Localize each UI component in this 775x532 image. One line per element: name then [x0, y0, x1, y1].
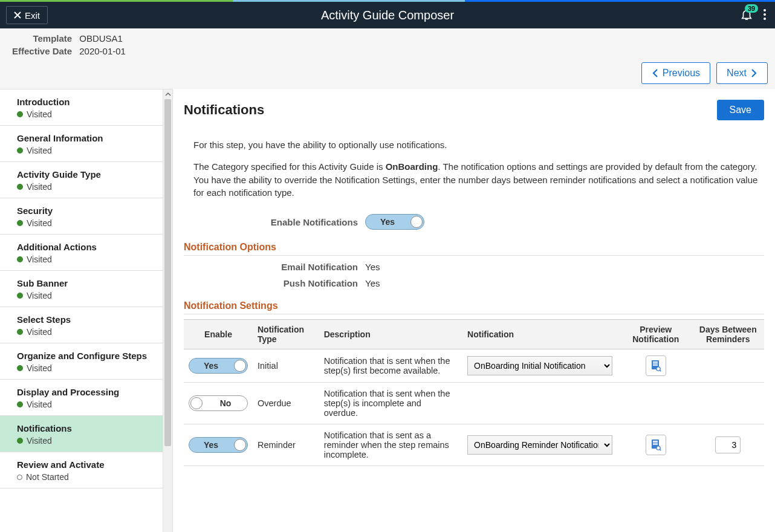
- toggle-value: Yes: [366, 217, 409, 227]
- col-type: Notification Type: [253, 320, 319, 349]
- next-button[interactable]: Next: [716, 62, 768, 84]
- status-text: Visited: [27, 218, 52, 228]
- scrollbar[interactable]: [163, 89, 172, 532]
- notification-options-heading: Notification Options: [184, 242, 764, 256]
- push-notification-label: Push Notification: [184, 278, 365, 288]
- row-type: Overdue: [253, 383, 319, 424]
- sidebar-item-status: Visited: [17, 436, 161, 446]
- status-text: Visited: [27, 146, 52, 155]
- row-enable-toggle[interactable]: Yes: [189, 358, 248, 374]
- status-text: Visited: [27, 436, 52, 446]
- status-text: Visited: [27, 182, 52, 192]
- status-dot-icon: [17, 256, 23, 262]
- preview-notification-button[interactable]: [646, 435, 666, 455]
- sidebar-item[interactable]: Organize and Configure StepsVisited: [0, 343, 172, 380]
- notifications-button[interactable]: 39: [740, 8, 753, 23]
- status-text: Visited: [27, 327, 52, 337]
- svg-point-2: [764, 18, 766, 20]
- page-title: Activity Guide Composer: [321, 8, 454, 22]
- toggle-value: Yes: [189, 361, 233, 371]
- table-row: YesInitialNotification that is sent when…: [184, 349, 764, 383]
- col-preview: Preview Notification: [620, 320, 692, 349]
- sidebar-item[interactable]: NotificationsVisited: [0, 416, 172, 452]
- row-enable-toggle[interactable]: No: [189, 395, 248, 411]
- exit-button[interactable]: Exit: [6, 6, 48, 24]
- enable-notifications-label: Enable Notifications: [184, 217, 365, 227]
- sidebar-item[interactable]: Review and ActivateNot Started: [0, 452, 172, 488]
- sidebar-item-label: Introduction: [17, 97, 161, 107]
- sidebar-item[interactable]: Sub BannerVisited: [0, 271, 172, 307]
- category-name: OnBoarding: [386, 161, 438, 172]
- col-desc: Description: [319, 320, 462, 349]
- row-description: Notification that is sent as a reminder …: [319, 424, 462, 466]
- status-dot-icon: [17, 475, 22, 480]
- status-dot-icon: [17, 329, 23, 335]
- document-preview-icon: [650, 360, 661, 372]
- intro-text-1: For this step, you have the ability to o…: [193, 138, 764, 152]
- sidebar-item[interactable]: SecurityVisited: [0, 198, 172, 235]
- sidebar-item-label: Security: [17, 206, 161, 216]
- intro-text-2a: The Category specified for this Activity…: [193, 161, 386, 172]
- settings-table: Enable Notification Type Description Not…: [184, 319, 764, 466]
- status-dot-icon: [17, 365, 23, 371]
- status-text: Visited: [27, 400, 52, 409]
- svg-point-7: [657, 367, 660, 371]
- effective-date-label: Effective Date: [12, 46, 72, 56]
- status-dot-icon: [17, 148, 23, 154]
- sidebar-item-status: Visited: [17, 109, 161, 119]
- push-notification-value: Yes: [365, 278, 380, 288]
- previous-button[interactable]: Previous: [641, 62, 710, 84]
- status-dot-icon: [17, 293, 23, 299]
- scroll-up-button[interactable]: [163, 89, 172, 99]
- scroll-thumb[interactable]: [164, 99, 171, 446]
- sidebar-item-status: Visited: [17, 218, 161, 228]
- sidebar-item[interactable]: Additional ActionsVisited: [0, 235, 172, 271]
- notification-select[interactable]: OnBoarding Reminder Notification: [467, 435, 612, 455]
- sidebar-item-status: Visited: [17, 146, 161, 155]
- status-text: Not Started: [26, 472, 69, 482]
- status-text: Visited: [27, 255, 52, 264]
- notification-select[interactable]: OnBoarding Initial Notification: [467, 356, 612, 375]
- sidebar-item[interactable]: General InformationVisited: [0, 126, 172, 162]
- email-notification-value: Yes: [365, 262, 380, 272]
- row-enable-toggle[interactable]: Yes: [189, 437, 248, 453]
- preview-notification-button[interactable]: [646, 355, 666, 376]
- row-description: Notification that is sent when the step(…: [319, 383, 462, 424]
- status-dot-icon: [17, 111, 23, 117]
- svg-rect-10: [653, 441, 658, 442]
- template-label: Template: [12, 33, 72, 44]
- sidebar-item-label: General Information: [17, 133, 161, 143]
- sidebar-item-label: Notifications: [17, 423, 161, 433]
- dots-vertical-icon: [763, 8, 767, 21]
- sidebar-item[interactable]: IntroductionVisited: [0, 89, 172, 126]
- toggle-knob: [234, 360, 246, 372]
- sidebar-item-status: Visited: [17, 291, 161, 300]
- sidebar-item-label: Additional Actions: [17, 242, 161, 252]
- svg-rect-6: [653, 365, 658, 366]
- document-preview-icon: [650, 439, 661, 451]
- col-enable: Enable: [184, 320, 253, 349]
- svg-rect-11: [653, 443, 658, 444]
- toggle-value: No: [204, 398, 247, 408]
- table-row: NoOverdueNotification that is sent when …: [184, 383, 764, 424]
- days-between-reminders-input[interactable]: [715, 436, 741, 453]
- status-dot-icon: [17, 401, 23, 407]
- enable-notifications-toggle[interactable]: Yes: [365, 214, 424, 230]
- svg-rect-5: [653, 363, 658, 365]
- sidebar-item[interactable]: Activity Guide TypeVisited: [0, 162, 172, 198]
- sidebar-item[interactable]: Select StepsVisited: [0, 307, 172, 343]
- status-dot-icon: [17, 438, 23, 444]
- sidebar-item-label: Activity Guide Type: [17, 169, 161, 180]
- notification-settings-heading: Notification Settings: [184, 300, 764, 314]
- more-menu-button[interactable]: [760, 8, 769, 22]
- chevron-up-icon: [165, 92, 171, 97]
- status-dot-icon: [17, 184, 23, 190]
- svg-point-0: [764, 9, 766, 11]
- save-button[interactable]: Save: [717, 100, 764, 120]
- sidebar-item-status: Visited: [17, 255, 161, 264]
- sidebar-item-label: Display and Processing: [17, 387, 161, 397]
- svg-rect-12: [653, 444, 658, 446]
- sidebar-item-status: Visited: [17, 182, 161, 192]
- sidebar-item[interactable]: Display and ProcessingVisited: [0, 380, 172, 416]
- row-type: Initial: [253, 349, 319, 383]
